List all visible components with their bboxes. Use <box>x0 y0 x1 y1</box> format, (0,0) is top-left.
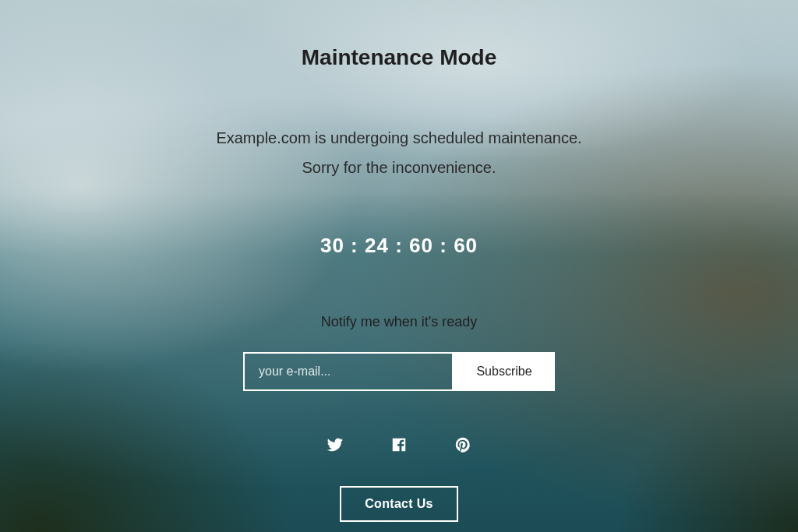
message-line-1: Example.com is undergoing scheduled main… <box>216 123 581 153</box>
countdown-timer: 30 : 24 : 60 : 60 <box>320 234 478 258</box>
maintenance-message: Example.com is undergoing scheduled main… <box>216 123 581 182</box>
subscribe-button[interactable]: Subscribe <box>454 352 555 391</box>
countdown-hours: 24 <box>365 234 389 257</box>
countdown-minutes: 60 <box>409 234 433 257</box>
facebook-icon <box>390 436 408 453</box>
facebook-link[interactable] <box>390 436 408 453</box>
countdown-sep: : <box>395 234 403 257</box>
message-line-2: Sorry for the inconvenience. <box>216 153 581 182</box>
social-links <box>327 436 471 453</box>
subscribe-form: Subscribe <box>243 352 555 391</box>
countdown-sep: : <box>351 234 358 257</box>
maintenance-page: Maintenance Mode Example.com is undergoi… <box>0 0 798 532</box>
pinterest-icon <box>454 436 471 453</box>
email-input[interactable] <box>243 352 454 391</box>
countdown-sep: : <box>440 234 447 257</box>
contact-us-button[interactable]: Contact Us <box>340 486 457 522</box>
twitter-icon <box>327 436 344 453</box>
countdown-days: 30 <box>320 234 344 257</box>
pinterest-link[interactable] <box>454 436 471 453</box>
twitter-link[interactable] <box>327 436 344 453</box>
page-title: Maintenance Mode <box>302 45 496 70</box>
notify-label: Notify me when it's ready <box>321 314 478 330</box>
countdown-seconds: 60 <box>454 234 478 257</box>
